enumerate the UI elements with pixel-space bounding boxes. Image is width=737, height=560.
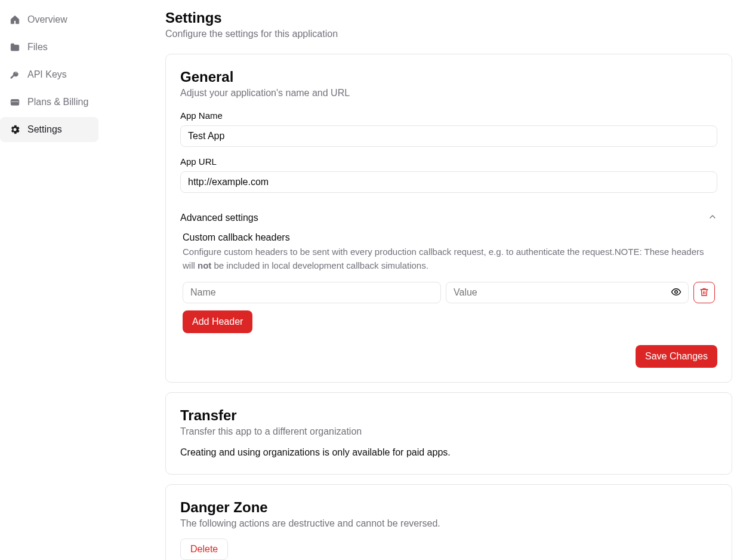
header-name-input[interactable] xyxy=(183,282,441,303)
general-title: General xyxy=(180,69,717,85)
advanced-settings-panel: Custom callback headers Configure custom… xyxy=(180,230,717,333)
advanced-settings-label: Advanced settings xyxy=(180,213,258,223)
danger-title: Danger Zone xyxy=(180,499,717,516)
trash-icon xyxy=(699,287,709,299)
chevron-up-icon xyxy=(708,212,717,224)
danger-description: The following actions are destructive an… xyxy=(180,518,717,529)
danger-zone-card: Danger Zone The following actions are de… xyxy=(165,484,732,560)
sidebar-item-label: Files xyxy=(27,42,48,53)
add-header-button[interactable]: Add Header xyxy=(183,310,252,333)
folder-icon xyxy=(10,42,20,53)
app-url-input[interactable] xyxy=(180,171,717,193)
sidebar-item-label: Plans & Billing xyxy=(27,97,88,107)
svg-rect-1 xyxy=(11,101,19,103)
delete-header-button[interactable] xyxy=(693,282,715,303)
key-icon xyxy=(10,69,20,80)
callback-header-row xyxy=(183,282,715,303)
app-name-input[interactable] xyxy=(180,125,717,147)
sidebar-item-label: API Keys xyxy=(27,69,67,80)
eye-icon xyxy=(671,287,682,299)
gear-icon xyxy=(10,124,20,135)
sidebar-item-overview[interactable]: Overview xyxy=(0,7,98,32)
header-value-wrapper xyxy=(446,282,689,303)
billing-icon xyxy=(10,97,20,107)
header-value-input[interactable] xyxy=(446,282,689,303)
page-title: Settings xyxy=(165,10,732,26)
page-description: Configure the settings for this applicat… xyxy=(165,29,732,39)
sidebar-item-label: Settings xyxy=(27,124,62,135)
sidebar-item-files[interactable]: Files xyxy=(0,35,98,60)
general-card: General Adjust your application's name a… xyxy=(165,54,732,383)
sidebar-item-api-keys[interactable]: API Keys xyxy=(0,62,98,87)
save-row: Save Changes xyxy=(180,345,717,368)
callback-headers-description: Configure custom headers to be sent with… xyxy=(183,245,715,272)
advanced-settings-toggle[interactable]: Advanced settings xyxy=(180,202,717,230)
sidebar-item-plans-billing[interactable]: Plans & Billing xyxy=(0,90,98,115)
sidebar: Overview Files API Keys Plans & Billing … xyxy=(0,0,98,560)
transfer-card: Transfer Transfer this app to a differen… xyxy=(165,392,732,475)
app-url-label: App URL xyxy=(180,156,717,167)
callback-headers-title: Custom callback headers xyxy=(183,232,715,243)
sidebar-item-settings[interactable]: Settings xyxy=(0,117,98,142)
transfer-body: Creating and using organizations is only… xyxy=(180,445,717,460)
general-description: Adjust your application's name and URL xyxy=(180,88,717,99)
transfer-title: Transfer xyxy=(180,407,717,424)
save-changes-button[interactable]: Save Changes xyxy=(636,345,717,368)
main-content: Settings Configure the settings for this… xyxy=(165,0,737,560)
toggle-visibility-button[interactable] xyxy=(670,285,683,300)
svg-point-2 xyxy=(675,290,678,293)
delete-button[interactable]: Delete xyxy=(180,539,228,560)
app-name-label: App Name xyxy=(180,110,717,121)
home-icon xyxy=(10,14,20,25)
transfer-description: Transfer this app to a different organiz… xyxy=(180,426,717,437)
sidebar-item-label: Overview xyxy=(27,14,67,25)
